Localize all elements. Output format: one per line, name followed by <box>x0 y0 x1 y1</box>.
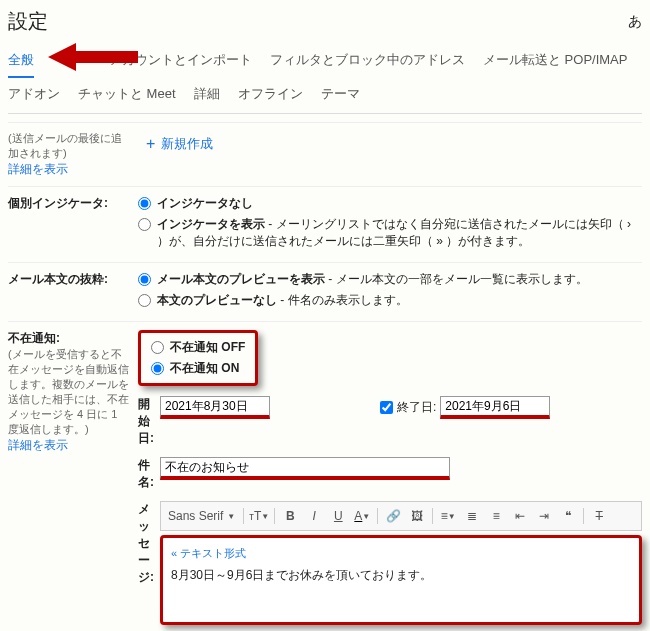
vacation-end-checkbox[interactable] <box>380 401 393 414</box>
snippet-section: メール本文の抜粋: メール本文のプレビューを表示 - メール本文の一部をメール一… <box>8 262 642 321</box>
signature-sublabel: (送信メールの最後に追加されます) <box>8 131 130 161</box>
vacation-sublabel: (メールを受信すると不在メッセージを自動返信します。複数のメールを送信した相手に… <box>8 348 129 435</box>
vacation-label: 不在通知: <box>8 331 60 345</box>
vacation-subject-label: 件名: <box>138 457 160 491</box>
tabs: 全般 ラベル アカウントとインポート フィルタとブロック中のアドレス メール転送… <box>8 47 642 114</box>
indent-inc-button[interactable]: ⇥ <box>533 505 555 527</box>
vacation-on-label: 不在通知 ON <box>170 360 239 377</box>
vacation-end-input[interactable] <box>440 396 550 419</box>
indicator-show-radio[interactable] <box>138 218 151 231</box>
snippet-preview-desc: - メール本文の一部をメール一覧に表示します。 <box>325 272 588 286</box>
vacation-toggle-highlight: 不在通知 OFF 不在通知 ON <box>138 330 258 386</box>
snippet-none-radio[interactable] <box>138 294 151 307</box>
vacation-off-label: 不在通知 OFF <box>170 339 245 356</box>
indicator-none-label: インジケータなし <box>157 195 253 212</box>
tab-advanced[interactable]: 詳細 <box>194 81 220 107</box>
vacation-end-label: 終了日: <box>397 399 436 416</box>
image-button[interactable]: 🖼 <box>406 505 428 527</box>
vacation-section: 不在通知: (メールを受信すると不在メッセージを自動返信します。複数のメールを送… <box>8 321 642 631</box>
indent-dec-button[interactable]: ⇤ <box>509 505 531 527</box>
signature-detail-link[interactable]: 詳細を表示 <box>8 162 68 176</box>
annotation-arrow-tabs <box>48 43 138 71</box>
vacation-start-input[interactable] <box>160 396 270 419</box>
vacation-message-label: メッセージ: <box>138 501 160 586</box>
bold-button[interactable]: B <box>279 505 301 527</box>
align-button[interactable]: ≡▼ <box>437 505 459 527</box>
tab-general[interactable]: 全般 <box>8 47 34 78</box>
tab-filters[interactable]: フィルタとブロック中のアドレス <box>270 47 465 73</box>
tab-offline[interactable]: オフライン <box>238 81 303 107</box>
vacation-message-text: 8月30日～9月6日までお休みを頂いております。 <box>171 568 432 582</box>
indicator-section: 個別インジケータ: インジケータなし インジケータを表示 - メーリングリストで… <box>8 186 642 262</box>
font-size-button[interactable]: тT▼ <box>248 505 270 527</box>
vacation-on-radio[interactable] <box>151 362 164 375</box>
text-color-button[interactable]: A▼ <box>351 505 373 527</box>
textmode-link[interactable]: « テキスト形式 <box>171 546 631 561</box>
editor-toolbar: Sans Serif▼ тT▼ B I U A▼ 🔗 🖼 ≡▼ ≣ ≡ ⇤ <box>160 501 642 531</box>
page-title: 設定 <box>8 8 48 35</box>
svg-marker-0 <box>48 43 138 71</box>
tab-themes[interactable]: テーマ <box>321 81 360 107</box>
indicator-show-label: インジケータを表示 <box>157 217 265 231</box>
clear-format-button[interactable]: T <box>588 505 610 527</box>
tab-addons[interactable]: アドオン <box>8 81 60 107</box>
vacation-detail-link[interactable]: 詳細を表示 <box>8 438 68 452</box>
vacation-off-radio[interactable] <box>151 341 164 354</box>
indicator-label: 個別インジケータ: <box>8 196 108 210</box>
list-ol-button[interactable]: ≣ <box>461 505 483 527</box>
snippet-preview-label: メール本文のプレビューを表示 <box>157 272 325 286</box>
new-signature-button[interactable]: 新規作成 <box>138 131 221 157</box>
vacation-message-editor[interactable]: « テキスト形式 8月30日～9月6日までお休みを頂いております。 <box>160 535 642 625</box>
font-family-select[interactable]: Sans Serif▼ <box>164 509 239 523</box>
snippet-none-label: 本文のプレビューなし <box>157 293 277 307</box>
lang-indicator: あ <box>628 13 642 31</box>
snippet-preview-radio[interactable] <box>138 273 151 286</box>
list-ul-button[interactable]: ≡ <box>485 505 507 527</box>
vacation-start-label: 開始日: <box>138 396 160 447</box>
underline-button[interactable]: U <box>327 505 349 527</box>
link-button[interactable]: 🔗 <box>382 505 404 527</box>
vacation-subject-input[interactable] <box>160 457 450 480</box>
tab-chat[interactable]: チャットと Meet <box>78 81 176 107</box>
tab-forwarding[interactable]: メール転送と POP/IMAP <box>483 47 627 73</box>
signature-section: (送信メールの最後に追加されます) 詳細を表示 新規作成 <box>8 122 642 186</box>
indicator-none-radio[interactable] <box>138 197 151 210</box>
snippet-label: メール本文の抜粋: <box>8 272 108 286</box>
italic-button[interactable]: I <box>303 505 325 527</box>
quote-button[interactable]: ❝ <box>557 505 579 527</box>
snippet-none-desc: - 件名のみ表示します。 <box>277 293 408 307</box>
